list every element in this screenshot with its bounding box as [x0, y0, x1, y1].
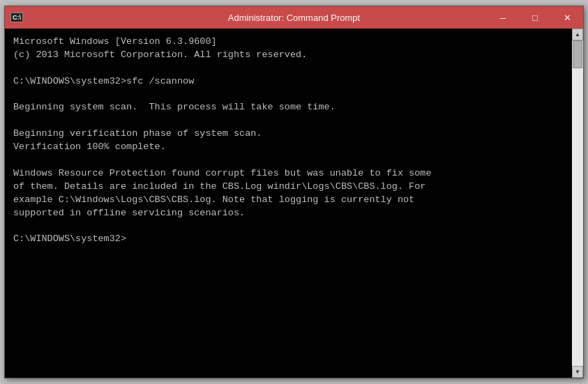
- terminal-area: Microsoft Windows [Version 6.3.9600] (c)…: [5, 29, 583, 378]
- window-title: Administrator: Command Prompt: [228, 13, 360, 23]
- title-bar: C:\ Administrator: Command Prompt: [5, 6, 583, 29]
- scroll-down-icon: ▼: [575, 369, 580, 375]
- close-button[interactable]: [551, 6, 583, 29]
- scroll-thumb[interactable]: [573, 40, 582, 68]
- window-icon: C:\: [10, 13, 23, 22]
- minimize-icon: [500, 12, 506, 23]
- title-bar-controls: [487, 6, 583, 29]
- title-bar-left: C:\: [10, 13, 23, 22]
- scroll-down-button[interactable]: ▼: [572, 366, 583, 378]
- scroll-up-button[interactable]: ▲: [572, 29, 583, 40]
- maximize-button[interactable]: [519, 6, 551, 29]
- terminal-output[interactable]: Microsoft Windows [Version 6.3.9600] (c)…: [5, 29, 572, 378]
- minimize-button[interactable]: [487, 6, 519, 29]
- maximize-icon: [532, 12, 538, 23]
- close-icon: [564, 12, 571, 23]
- scroll-up-icon: ▲: [575, 31, 580, 38]
- command-prompt-window: C:\ Administrator: Command Prompt Micros…: [4, 6, 584, 378]
- vertical-scrollbar[interactable]: ▲ ▼: [572, 29, 583, 378]
- scroll-track[interactable]: [572, 40, 583, 366]
